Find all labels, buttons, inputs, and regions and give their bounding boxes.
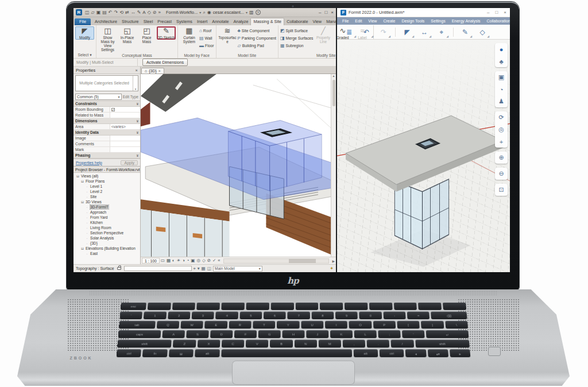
formit-viewport[interactable]: ●♣▣◔♟⟳◎+⊕⊖⊡ <box>337 40 510 272</box>
file-tab[interactable]: File <box>75 18 91 25</box>
scroll-up-icon[interactable]: ▲ <box>332 74 335 79</box>
properties-filter-select[interactable]: Common (5) ▾ <box>75 94 122 100</box>
menu-file[interactable]: File <box>339 19 351 23</box>
menu-design-tools[interactable]: Design Tools <box>399 19 427 23</box>
subregion-button[interactable]: ▦Subregion <box>280 42 314 49</box>
render-icon[interactable]: ◔ <box>187 258 189 264</box>
property-section-constraints[interactable]: Constraints¥ <box>74 101 140 107</box>
vertical-scrollbar[interactable]: ▲ <box>331 74 336 257</box>
status-input[interactable] <box>124 266 192 271</box>
expander-collapse-icon[interactable]: ⊟ <box>80 179 84 183</box>
look-around-button[interactable]: ◎ <box>495 123 508 136</box>
scale-button[interactable]: 1 : 100 <box>142 258 160 264</box>
section-collapse-icon[interactable]: ¥ <box>137 119 138 123</box>
menu-create[interactable]: Create <box>380 19 398 23</box>
visual-style-icon[interactable]: ◐ <box>172 258 175 264</box>
redo-icon[interactable]: ↷ <box>114 10 118 16</box>
undo-button[interactable]: ↶◢ <box>359 26 374 38</box>
tab-view[interactable]: View <box>310 18 324 25</box>
design-option-select[interactable]: Main Model ▾ <box>213 266 262 272</box>
design-options-icon[interactable]: ◫ <box>207 266 211 272</box>
app-store-icon[interactable]: ▥ <box>249 10 254 16</box>
tree-item-approach[interactable]: ·Approach <box>74 210 140 215</box>
minimize-button[interactable]: – <box>319 10 321 15</box>
horizontal-scrollbar[interactable] <box>223 258 330 264</box>
tab-insert[interactable]: Insert <box>195 18 210 25</box>
view-tab-close-icon[interactable]: × <box>158 69 161 73</box>
temporary-properties-icon[interactable]: ✓ <box>212 258 216 264</box>
tab-annotate[interactable]: Annotate <box>210 18 231 25</box>
undo-icon[interactable]: ↶ <box>109 10 113 16</box>
tree-item-living-room[interactable]: ·Living Room <box>74 225 140 230</box>
floor-button[interactable]: ▬Floor <box>199 42 214 49</box>
section-collapse-icon[interactable]: ¥ <box>137 131 138 134</box>
selection-filter-icon[interactable]: ✦ <box>330 266 334 271</box>
wall-button[interactable]: ▤Wall <box>199 35 214 41</box>
horizontal-scroll-thumb[interactable] <box>289 259 316 263</box>
sync-icon[interactable]: ⟲ <box>119 10 123 16</box>
property-value[interactable] <box>110 113 140 118</box>
orbit-button[interactable]: ⟳ <box>495 111 508 123</box>
tab-massing-site[interactable]: Massing & Site <box>250 18 284 25</box>
open-icon[interactable]: ▱ <box>91 10 95 16</box>
crop-region-icon[interactable]: ▣ <box>191 258 195 264</box>
materials-button[interactable]: ● <box>495 43 508 55</box>
view-tab-3d[interactable]: ⌂ {3D} × <box>141 68 164 73</box>
tree-item-from-yard[interactable]: ·From Yard <box>74 215 140 220</box>
pin-button[interactable]: ⌖◢ <box>434 26 449 38</box>
minimize-button[interactable]: – <box>487 10 489 15</box>
isolate-icon[interactable]: ◇ <box>202 258 206 264</box>
primitives-button[interactable]: ◇◢ <box>475 26 490 38</box>
menu-settings[interactable]: Settings <box>428 19 448 23</box>
default-3d-view-icon[interactable]: ◇ <box>148 10 151 16</box>
title-caret-icon[interactable]: ▾ <box>199 10 201 14</box>
tree-item-solar-analysis[interactable]: ·Solar Analysis <box>74 235 140 241</box>
tree-item-section-perspective[interactable]: ·Section Perspective <box>74 230 140 235</box>
activate-dimensions-button[interactable]: Activate Dimensions <box>142 59 188 66</box>
cascade-icon[interactable]: ◫ <box>85 10 90 16</box>
property-value[interactable]: ✓ <box>110 107 140 112</box>
modify-cursor-button[interactable]: ◤Modify <box>75 26 94 40</box>
menu-edit[interactable]: Edit <box>352 19 365 23</box>
measure-icon[interactable]: ↔ <box>131 10 136 16</box>
account-caret-icon[interactable]: ▾ <box>246 10 247 14</box>
property-value[interactable] <box>110 136 140 141</box>
worksets-icon[interactable]: ▦ <box>202 266 206 272</box>
save-icon[interactable]: ▣ <box>96 10 101 16</box>
tree-item-views-all-[interactable]: ⊟Views (all) <box>74 173 140 179</box>
unlock-icon[interactable] <box>117 267 121 270</box>
revit-logo-icon[interactable]: R <box>76 9 82 16</box>
menu-collaboration[interactable]: Collaboration <box>483 19 510 23</box>
press-drag-icon[interactable]: ⌖ <box>194 266 196 272</box>
draw-icon[interactable]: ✎ <box>137 10 141 16</box>
property-section-dimensions[interactable]: Dimensions¥ <box>74 118 140 124</box>
print-icon[interactable]: ▤ <box>102 10 107 16</box>
menu-view[interactable]: View <box>365 19 380 23</box>
tree-item-3d-formit[interactable]: ·3D-FormIT <box>74 204 140 210</box>
tree-item-floor-plans[interactable]: ⊟Floor Plans <box>74 179 140 184</box>
tab-architecture[interactable]: Architecture <box>92 18 119 25</box>
detail-level-icon[interactable]: ▦ <box>167 258 171 264</box>
account-name[interactable]: cesar.escalant... <box>213 10 244 15</box>
curtain-system-button[interactable]: ▦Curtain System <box>180 26 199 44</box>
properties-help-link[interactable]: Properties help <box>76 161 102 165</box>
site-component-button[interactable]: ♣Site Component <box>238 28 276 34</box>
apply-button[interactable]: Apply <box>121 160 138 165</box>
properties-close-icon[interactable]: × <box>136 68 138 73</box>
tab-steel[interactable]: Steel <box>141 18 156 25</box>
expander-collapse-icon[interactable]: ⊟ <box>76 174 80 178</box>
edit-type-button[interactable]: Edit Type <box>123 95 138 99</box>
property-value[interactable]: <varies> <box>110 124 140 129</box>
property-section-identity-data[interactable]: Identity Data¥ <box>74 130 140 136</box>
building-pad-button[interactable]: ▱Building Pad <box>238 42 276 49</box>
3d-sketch-button[interactable]: ✎3D Sketch <box>157 26 176 40</box>
redo-button[interactable]: ↷◢ <box>376 26 391 38</box>
dimension-button[interactable]: ↔◢ <box>417 26 432 38</box>
tab-collaborate[interactable]: Collaborate <box>284 18 310 25</box>
tree-item-level-1[interactable]: ·Level 1 <box>74 184 140 189</box>
sun-path-icon[interactable]: ☀ <box>177 258 181 264</box>
section-icon[interactable]: ⊘ <box>153 10 157 16</box>
scroll-right-icon[interactable]: ▶ <box>332 259 335 263</box>
type-selector[interactable]: Multiple Categories Selected ▾ <box>75 75 138 91</box>
roof-button[interactable]: ⌂Roof <box>199 28 214 34</box>
